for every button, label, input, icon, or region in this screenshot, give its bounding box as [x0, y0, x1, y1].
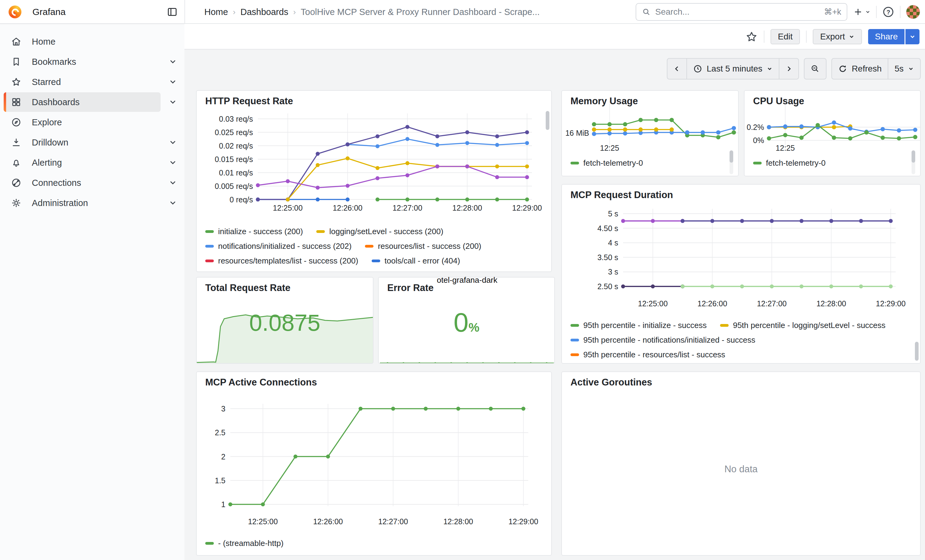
- scrollbar-thumb[interactable]: [729, 150, 733, 163]
- sidebar-item-alerting[interactable]: Alerting: [0, 153, 184, 173]
- dashboard-actions-bar: Edit Export Share: [184, 24, 925, 50]
- panel-title[interactable]: Total Request Rate: [205, 282, 290, 293]
- panel-title[interactable]: MCP Active Connections: [205, 377, 317, 388]
- scrollbar-thumb[interactable]: [911, 150, 915, 163]
- refresh-button[interactable]: Refresh: [832, 58, 888, 80]
- panel-total-request-rate: Total Request Rate 0.0875: [196, 277, 374, 364]
- share-button[interactable]: Share: [868, 29, 904, 44]
- sidebar-item-explore[interactable]: Explore: [0, 113, 184, 132]
- sidebar-item-home[interactable]: Home: [0, 32, 184, 51]
- legend-label: 95th percentile - initialize - success: [583, 321, 707, 330]
- divider: [900, 6, 901, 18]
- error-rate-value: 0%: [379, 307, 554, 338]
- svg-text:0.02 req/s: 0.02 req/s: [219, 141, 253, 150]
- legend-item[interactable]: initialize - success (200): [205, 227, 303, 236]
- breadcrumb-item[interactable]: Home: [204, 7, 228, 17]
- brand-name: Grafana: [32, 7, 65, 17]
- sidebar-item-administration[interactable]: Administration: [0, 193, 184, 213]
- legend-item[interactable]: unknown - success (200): [431, 271, 532, 272]
- divider: [184, 0, 185, 24]
- divider: [876, 6, 877, 18]
- legend-label: resources/list - success (200): [378, 242, 481, 251]
- sidebar-item-dashboards[interactable]: Dashboards: [4, 92, 161, 112]
- scrollbar-thumb[interactable]: [546, 111, 549, 130]
- legend-label: unknown - success (200): [443, 271, 532, 272]
- legend-swatch-icon: [753, 162, 762, 164]
- share-dropdown-button[interactable]: [905, 29, 919, 44]
- zoom-out-icon: [811, 64, 820, 74]
- time-forward-button[interactable]: [779, 58, 799, 80]
- legend-item[interactable]: tools/call - error (404): [372, 256, 460, 266]
- svg-text:0.01 req/s: 0.01 req/s: [219, 168, 253, 177]
- scrollbar-thumb[interactable]: [915, 342, 919, 361]
- help-button[interactable]: ?: [882, 6, 895, 18]
- zoom-out-button[interactable]: [804, 58, 827, 80]
- grafana-logo[interactable]: [9, 6, 21, 18]
- legend-item[interactable]: notifications/initialized - success (202…: [205, 242, 351, 251]
- panel-title[interactable]: Error Rate: [387, 282, 434, 293]
- legend-item[interactable]: 95th percentile - initialize - success: [571, 321, 707, 330]
- time-range-picker[interactable]: Last 5 minutes: [687, 58, 779, 80]
- panel-title[interactable]: MCP Request Duration: [571, 189, 673, 201]
- bell-icon: [11, 158, 21, 168]
- edit-button[interactable]: Edit: [771, 29, 800, 44]
- legend-item[interactable]: resources/list - success (200): [365, 242, 481, 251]
- legend-item[interactable]: resources/templates/list - success (200): [205, 256, 358, 266]
- chevron-down-icon: [169, 179, 177, 187]
- chevron-right-icon: [785, 65, 792, 72]
- panel-title[interactable]: HTTP Request Rate: [205, 96, 293, 107]
- legend-item[interactable]: tools/call - success (200): [205, 271, 306, 272]
- svg-text:12:26:00: 12:26:00: [313, 517, 343, 526]
- legend-item[interactable]: logging/setLevel - success (200): [316, 227, 443, 236]
- legend-item[interactable]: tools/list - success (200): [319, 271, 417, 272]
- svg-text:4 s: 4 s: [608, 239, 618, 247]
- sidebar-item-label: Dashboards: [32, 97, 80, 107]
- chevron-down-icon: [848, 34, 855, 40]
- legend-item[interactable]: - (streamable-http): [205, 539, 283, 548]
- svg-text:?: ?: [886, 9, 890, 16]
- export-button[interactable]: Export: [813, 29, 862, 44]
- legend-item[interactable]: 95th percentile - resources/list - succe…: [571, 350, 725, 359]
- svg-text:12:25: 12:25: [600, 144, 619, 152]
- svg-text:0 req/s: 0 req/s: [230, 195, 253, 204]
- search-input[interactable]: [655, 7, 820, 17]
- breadcrumb-item[interactable]: Dashboards: [240, 7, 288, 17]
- bookmark-icon: [11, 57, 21, 67]
- sidebar-item-drilldown[interactable]: Drilldown: [0, 133, 184, 152]
- legend-item[interactable]: 95th percentile - logging/setLevel - suc…: [720, 321, 886, 330]
- sidebar-item-label: Explore: [32, 117, 62, 128]
- legend-label: notifications/initialized - success (202…: [218, 242, 351, 251]
- drilldown-icon: [11, 137, 21, 148]
- sidebar-item-connections[interactable]: Connections: [0, 173, 184, 192]
- legend-label: 95th percentile - notifications/initiali…: [583, 335, 755, 345]
- legend-swatch-icon: [205, 542, 214, 545]
- clock-icon: [693, 64, 702, 74]
- refresh-interval-picker[interactable]: 5s: [888, 58, 921, 80]
- svg-text:12:25:00: 12:25:00: [638, 299, 668, 308]
- time-back-button[interactable]: [667, 58, 687, 80]
- time-controls: Last 5 minutes Refresh 5s: [667, 58, 921, 80]
- legend-item[interactable]: fetch-telemetry-0: [571, 158, 643, 168]
- svg-text:12:25:00: 12:25:00: [248, 517, 278, 526]
- panel-title[interactable]: CPU Usage: [753, 96, 804, 107]
- legend-swatch-icon: [571, 324, 579, 327]
- svg-text:1.5: 1.5: [215, 476, 226, 485]
- panel-title[interactable]: Memory Usage: [571, 96, 638, 107]
- add-button[interactable]: [853, 7, 871, 17]
- divider: [806, 30, 807, 43]
- sidebar-item-bookmarks[interactable]: Bookmarks: [0, 52, 184, 72]
- user-avatar[interactable]: [906, 5, 920, 19]
- search-box[interactable]: ⌘+k: [636, 3, 847, 21]
- legend-label: logging/setLevel - success (200): [329, 227, 443, 236]
- panel-title[interactable]: Active Goroutines: [571, 377, 652, 388]
- chart-legend: initialize - success (200)logging/setLev…: [205, 224, 540, 272]
- legend-swatch-icon: [316, 230, 325, 233]
- legend-item[interactable]: 95th percentile - notifications/initiali…: [571, 335, 755, 345]
- legend-item[interactable]: fetch-telemetry-0: [753, 158, 826, 168]
- chevron-down-icon: [169, 138, 177, 146]
- sidebar-toggle-icon[interactable]: [167, 7, 178, 18]
- mcp-active-connections-chart[interactable]: 32.521.5112:25:0012:26:0012:27:0012:28:0…: [197, 372, 552, 556]
- star-dashboard-button[interactable]: [746, 30, 758, 43]
- chart-legend: 95th percentile - initialize - success95…: [571, 318, 909, 364]
- sidebar-item-starred[interactable]: Starred: [0, 72, 184, 92]
